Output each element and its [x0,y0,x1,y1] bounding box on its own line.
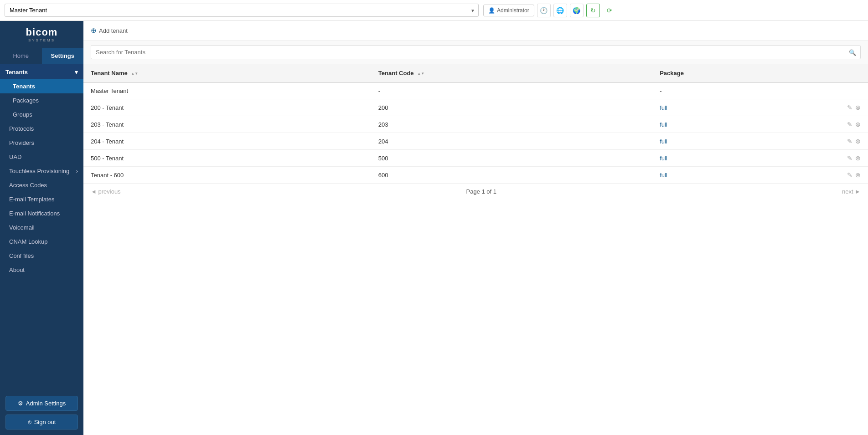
logo-area: bicom SYSTEMS [0,21,83,48]
delete-icon[interactable]: ⊗ [855,138,861,145]
cell-tenant-name: 203 - Tenant [83,116,371,133]
globe-icon-button[interactable]: 🌐 [553,4,567,17]
sidebar-item-uad[interactable]: UAD [0,150,83,164]
edit-icon[interactable]: ✎ [847,171,852,179]
sidebar-section-tenants[interactable]: Tenants ▾ [0,64,83,79]
table-row: 203 - Tenant 203 full ✎ ⊗ [83,116,868,133]
cell-tenant-name: 200 - Tenant [83,99,371,116]
cell-actions: ✎ ⊗ [832,99,868,116]
table-row: Master Tenant - - [83,82,868,99]
delete-icon[interactable]: ⊗ [855,171,861,179]
sidebar-item-touchless-provisioning[interactable]: Touchless Provisioning › [0,164,83,178]
search-icon: 🔍 [849,49,856,56]
pagination-page-info: Page 1 of 1 [466,188,497,195]
cell-actions: ✎ ⊗ [832,133,868,150]
gear-icon: ⚙ [18,400,23,407]
refresh-icon-button[interactable]: ↻ [586,4,600,17]
cell-tenant-name: 500 - Tenant [83,150,371,167]
table-header-row: Tenant Name ▲▼ Tenant Code ▲▼ Package [83,64,868,82]
table-wrapper: Tenant Name ▲▼ Tenant Code ▲▼ Package [83,64,868,184]
col-actions-header [832,64,868,82]
sidebar-item-conf-files[interactable]: Conf files [0,249,83,263]
cell-tenant-code: 600 [371,167,652,184]
clock-icon-button[interactable]: 🕐 [537,4,551,17]
search-bar-wrapper: 🔍 [83,41,868,64]
col-package: Package [652,64,832,82]
top-right-actions: 👤 Administrator 🕐 🌐 🌍 ↻ ⟳ [483,4,616,17]
cell-package: - [652,82,832,99]
edit-icon[interactable]: ✎ [847,154,852,162]
plus-circle-icon: ⊕ [91,26,97,35]
cell-tenant-code: 200 [371,99,652,116]
cell-tenant-code: 203 [371,116,652,133]
tenant-select[interactable]: Master Tenant 200 - Tenant 203 - Tenant … [5,4,479,17]
tab-settings[interactable]: Settings [42,48,84,64]
col-tenant-code: Tenant Code ▲▼ [371,64,652,82]
cell-tenant-code: - [371,82,652,99]
sort-icons-code[interactable]: ▲▼ [417,72,424,76]
sidebar-item-cnam-lookup[interactable]: CNAM Lookup [0,235,83,249]
cell-package[interactable]: full [652,167,832,184]
cell-actions: ✎ ⊗ [832,167,868,184]
sidebar: bicom SYSTEMS Home Settings Tenants ▾ Te… [0,21,83,435]
sidebar-item-protocols[interactable]: Protocols [0,122,83,136]
sidebar-footer: ⚙ Admin Settings ⎋ Sign out [0,390,83,435]
language-icon-button[interactable]: 🌍 [570,4,584,17]
sidebar-item-about[interactable]: About [0,263,83,277]
cell-package[interactable]: full [652,150,832,167]
cell-package[interactable]: full [652,116,832,133]
cell-tenant-code: 204 [371,133,652,150]
logo-sub: SYSTEMS [26,38,58,42]
cell-package[interactable]: full [652,133,832,150]
sidebar-item-email-templates[interactable]: E-mail Templates [0,192,83,206]
table-row: Tenant - 600 600 full ✎ ⊗ [83,167,868,184]
cell-package[interactable]: full [652,99,832,116]
sign-out-button[interactable]: ⎋ Sign out [5,415,78,430]
pagination-next[interactable]: next ► [842,188,861,195]
sidebar-item-groups[interactable]: Groups [0,107,83,122]
sidebar-item-providers[interactable]: Providers [0,136,83,150]
sync-icon-button[interactable]: ⟳ [603,4,616,17]
nav-tabs: Home Settings [0,48,83,64]
tab-home[interactable]: Home [0,48,42,64]
table-row: 204 - Tenant 204 full ✎ ⊗ [83,133,868,150]
sidebar-item-tenants[interactable]: Tenants [0,79,83,93]
sort-icons-name[interactable]: ▲▼ [131,72,138,76]
cell-tenant-name: 204 - Tenant [83,133,371,150]
edit-icon[interactable]: ✎ [847,138,852,145]
edit-icon[interactable]: ✎ [847,104,852,111]
top-bar: Master Tenant 200 - Tenant 203 - Tenant … [0,0,868,21]
content-area: ⊕ Add tenant 🔍 Tenant Name ▲▼ [83,21,868,435]
cell-actions: ✎ ⊗ [832,150,868,167]
chevron-right-icon: › [76,168,78,174]
pagination: ◄ previous Page 1 of 1 next ► [83,184,868,200]
logo-text: bicom [26,26,58,38]
table-row: 500 - Tenant 500 full ✎ ⊗ [83,150,868,167]
tenant-select-wrapper: Master Tenant 200 - Tenant 203 - Tenant … [5,4,479,17]
cell-actions [832,82,868,99]
delete-icon[interactable]: ⊗ [855,154,861,162]
admin-label: Administrator [497,7,529,14]
sidebar-item-packages[interactable]: Packages [0,93,83,107]
cell-tenant-code: 500 [371,150,652,167]
delete-icon[interactable]: ⊗ [855,104,861,111]
search-input-wrapper: 🔍 [91,45,861,59]
delete-icon[interactable]: ⊗ [855,121,861,128]
content-header: ⊕ Add tenant [83,21,868,41]
search-input[interactable] [91,45,861,59]
tenants-chevron-icon: ▾ [75,69,78,76]
add-tenant-button[interactable]: ⊕ Add tenant [91,26,128,35]
signout-icon: ⎋ [28,419,31,425]
edit-icon[interactable]: ✎ [847,121,852,128]
admin-settings-button[interactable]: ⚙ Admin Settings [5,396,78,411]
main-wrapper: bicom SYSTEMS Home Settings Tenants ▾ Te… [0,21,868,435]
user-icon: 👤 [488,7,495,14]
tenants-section-label: Tenants [5,69,28,76]
administrator-button[interactable]: 👤 Administrator [483,5,534,16]
sidebar-item-email-notifications[interactable]: E-mail Notifications [0,206,83,220]
cell-tenant-name: Master Tenant [83,82,371,99]
sidebar-item-voicemail[interactable]: Voicemail [0,220,83,235]
pagination-previous[interactable]: ◄ previous [91,188,121,195]
sidebar-item-access-codes[interactable]: Access Codes [0,178,83,192]
col-tenant-name: Tenant Name ▲▼ [83,64,371,82]
